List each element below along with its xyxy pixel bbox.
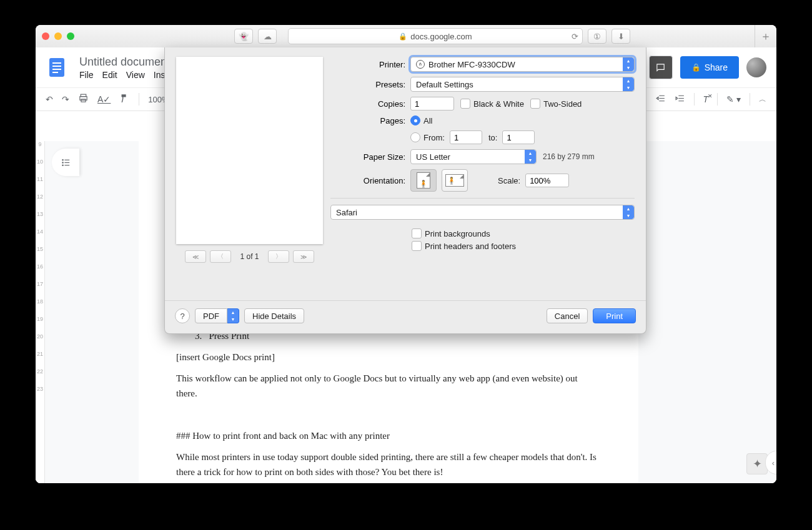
prev-page-button[interactable]: 〈 <box>210 250 231 263</box>
from-input[interactable] <box>450 130 482 144</box>
paper-dimensions: 216 by 279 mm <box>543 152 595 161</box>
scale-input[interactable] <box>525 174 569 187</box>
to-input[interactable] <box>502 130 535 144</box>
lock-icon: 🔒 <box>399 32 407 41</box>
cloud-icon[interactable]: ☁ <box>258 29 277 44</box>
menu-file[interactable]: File <box>79 70 94 80</box>
printer-label: Printer: <box>330 60 410 69</box>
hide-details-button[interactable]: Hide Details <box>244 308 304 323</box>
svg-rect-2 <box>52 66 61 67</box>
landscape-button[interactable]: 🧍 <box>442 169 468 192</box>
pages-all-radio[interactable] <box>410 115 420 125</box>
two-sided-checkbox[interactable] <box>530 99 540 109</box>
docs-logo-icon[interactable] <box>46 56 68 79</box>
safari-window: 👻 ☁ 🔒 docs.google.com ⟳ ① ⬇ ＋ Untitled d… <box>36 25 776 483</box>
spellcheck-icon[interactable]: A✓ <box>97 94 111 104</box>
print-dialog: ≪ 〈 1 of 1 〉 ≫ Printer: ⋔ Brother MFC-93… <box>164 47 646 334</box>
print-options: Printer: ⋔ Brother MFC-9330CDW ▲▼ Preset… <box>330 57 635 263</box>
print-backgrounds-checkbox[interactable] <box>412 228 422 238</box>
new-tab-button[interactable]: ＋ <box>755 25 776 47</box>
first-page-button[interactable]: ≪ <box>185 250 206 263</box>
svg-rect-4 <box>52 72 58 73</box>
indent-icon[interactable] <box>675 93 685 106</box>
avatar[interactable] <box>746 57 766 77</box>
pdf-menu[interactable]: PDF ▲▼ <box>195 308 239 323</box>
svg-point-9 <box>62 162 62 162</box>
svg-rect-7 <box>81 99 86 102</box>
two-sided-label: Two-Sided <box>543 99 582 109</box>
menu-edit[interactable]: Edit <box>102 70 117 80</box>
cancel-button[interactable]: Cancel <box>547 308 588 323</box>
paper-size-label: Paper Size: <box>330 152 410 162</box>
dialog-buttons: ? PDF ▲▼ Hide Details Cancel Print <box>165 300 646 333</box>
preview-page <box>176 57 323 244</box>
svg-point-8 <box>62 159 62 160</box>
share-button[interactable]: 🔒 Share <box>680 56 739 79</box>
lock-icon: 🔒 <box>691 63 701 72</box>
copies-label: Copies: <box>330 99 410 109</box>
edit-mode-icon[interactable]: ✎ ▾ <box>726 94 741 104</box>
page-indicator: 1 of 1 <box>240 252 259 261</box>
print-preview: ≪ 〈 1 of 1 〉 ≫ <box>176 57 323 263</box>
reload-icon[interactable]: ⟳ <box>572 32 578 41</box>
zoom-window-icon[interactable] <box>67 32 74 40</box>
url-bar[interactable]: 🔒 docs.google.com ⟳ <box>288 28 583 44</box>
printer-select[interactable]: ⋔ Brother MFC-9330CDW ▲▼ <box>410 57 635 72</box>
network-share-icon: ⋔ <box>416 60 425 69</box>
menu-bar: File Edit View Ins <box>79 70 167 80</box>
print-button[interactable]: Print <box>593 308 636 323</box>
minimize-window-icon[interactable] <box>54 32 62 40</box>
presets-label: Presets: <box>330 80 410 89</box>
menu-view[interactable]: View <box>126 70 145 80</box>
doc-meta: Untitled documen File Edit View Ins <box>79 56 167 80</box>
outline-button[interactable] <box>52 149 79 176</box>
svg-rect-3 <box>52 69 61 70</box>
portrait-button[interactable]: 🧍 <box>410 169 437 192</box>
bw-checkbox[interactable] <box>460 99 470 109</box>
vertical-ruler: 9 10 11 12 13 14 15 16 17 18 19 20 21 22… <box>36 141 45 483</box>
presets-select[interactable]: Default Settings ▲▼ <box>410 77 635 92</box>
menu-insert[interactable]: Ins <box>154 70 166 80</box>
undo-icon[interactable]: ↶ <box>46 94 53 104</box>
window-controls <box>42 32 74 40</box>
title-bar: 👻 ☁ 🔒 docs.google.com ⟳ ① ⬇ ＋ <box>36 25 776 48</box>
pages-label: Pages: <box>330 116 410 125</box>
outdent-icon[interactable] <box>655 93 666 106</box>
clear-format-icon[interactable]: T✕ <box>703 94 709 104</box>
ghost-extension-icon[interactable]: 👻 <box>234 29 253 44</box>
print-backgrounds-label: Print backgrounds <box>425 229 490 238</box>
help-button[interactable]: ? <box>175 308 190 323</box>
paper-size-select[interactable]: US Letter ▲▼ <box>410 149 537 164</box>
svg-rect-0 <box>49 58 64 77</box>
bw-label: Black & White <box>473 99 524 109</box>
pages-range-radio[interactable] <box>410 132 420 142</box>
paint-format-icon[interactable] <box>119 93 130 106</box>
print-headers-checkbox[interactable] <box>412 241 422 251</box>
svg-rect-1 <box>52 62 61 64</box>
url-text: docs.google.com <box>410 32 472 41</box>
print-icon[interactable] <box>78 93 89 106</box>
copies-input[interactable] <box>410 97 454 110</box>
all-label: All <box>423 116 432 125</box>
comments-button[interactable] <box>649 56 673 79</box>
print-headers-label: Print headers and footers <box>425 242 516 251</box>
preview-nav: ≪ 〈 1 of 1 〉 ≫ <box>185 250 314 263</box>
scale-label: Scale: <box>498 176 520 185</box>
explore-button[interactable]: ✦ <box>746 453 768 474</box>
app-options-select[interactable]: Safari ▲▼ <box>330 205 635 220</box>
to-label: to: <box>488 133 497 142</box>
downloads-icon[interactable]: ⬇ <box>611 29 630 44</box>
close-window-icon[interactable] <box>42 32 49 40</box>
next-page-button[interactable]: 〉 <box>268 250 289 263</box>
last-page-button[interactable]: ≫ <box>293 250 314 263</box>
collapse-icon[interactable]: ︿ <box>759 94 766 105</box>
doc-title[interactable]: Untitled documen <box>79 56 167 69</box>
orientation-label: Orientation: <box>330 176 410 185</box>
from-label: From: <box>423 133 445 142</box>
download-info-icon[interactable]: ① <box>588 29 607 44</box>
svg-point-10 <box>62 165 62 165</box>
redo-icon[interactable]: ↷ <box>62 94 69 104</box>
